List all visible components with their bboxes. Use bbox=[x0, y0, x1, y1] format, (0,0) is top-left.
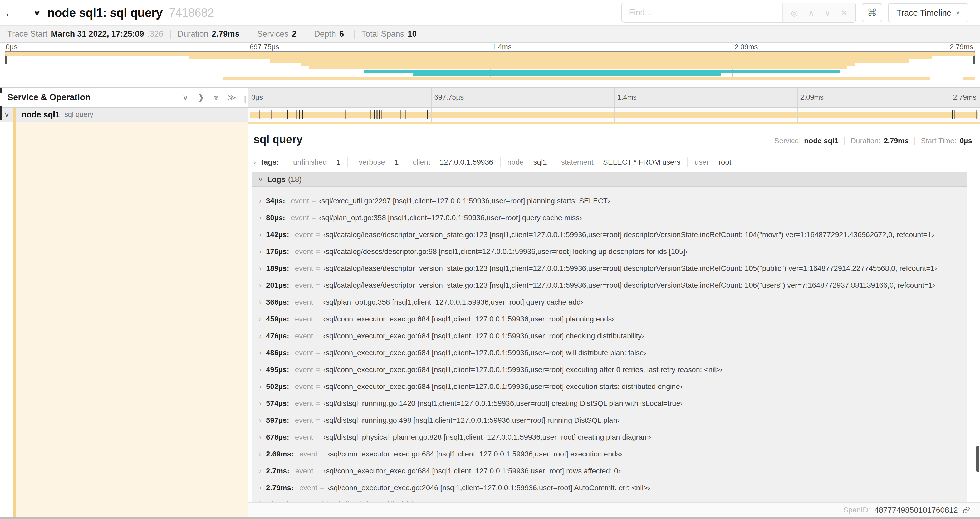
log-event-marker[interactable] bbox=[952, 110, 953, 120]
log-event-marker[interactable] bbox=[977, 110, 977, 120]
log-entry-row[interactable]: › 574µs: event = ‹sql/distsql_running.go… bbox=[252, 395, 967, 412]
log-entry-row[interactable]: › 2.69ms: event = ‹sql/conn_executor_exe… bbox=[252, 446, 967, 463]
summary-value: 2 bbox=[292, 29, 296, 39]
chevron-right-icon: › bbox=[259, 214, 261, 222]
log-message: ‹sql/conn_executor_exec.go:2046 [nsql1,c… bbox=[328, 484, 650, 492]
span-collapse-chevron-icon[interactable]: ∨ bbox=[4, 111, 10, 118]
window-bottom-edge bbox=[0, 517, 980, 519]
log-event-marker[interactable] bbox=[377, 110, 377, 120]
chevron-right-icon: › bbox=[259, 299, 261, 306]
span-duration-accent-strip bbox=[248, 122, 980, 124]
log-event-marker[interactable] bbox=[379, 110, 380, 120]
chevron-right-icon: › bbox=[259, 248, 261, 255]
log-event-marker[interactable] bbox=[259, 110, 259, 120]
log-event-marker[interactable] bbox=[399, 110, 401, 120]
logs-section-toggle[interactable]: ∨ Logs (18) bbox=[252, 172, 967, 187]
find-group: ◎ ∧ ∨ ✕ bbox=[622, 3, 856, 23]
log-entry-row[interactable]: › 495µs: event = ‹sql/conn_executor_exec… bbox=[252, 361, 967, 378]
find-input[interactable] bbox=[622, 3, 783, 22]
log-message: ‹sql/distsql_running.go:498 [nsql1,clien… bbox=[323, 416, 620, 425]
left-scrollbar-mark[interactable] bbox=[0, 88, 2, 93]
log-entry-row[interactable]: › 366µs: event = ‹sql/plan_opt.go:358 [n… bbox=[252, 294, 967, 311]
chevron-down-icon: ∨ bbox=[956, 10, 960, 16]
log-event-marker[interactable] bbox=[287, 110, 288, 120]
log-entry-row[interactable]: › 459µs: event = ‹sql/conn_executor_exec… bbox=[252, 311, 967, 327]
tag-key: client bbox=[413, 158, 430, 166]
view-selector-button[interactable]: Trace Timeline ∨ bbox=[888, 3, 969, 22]
find-control-icon[interactable]: ∧ bbox=[808, 8, 814, 18]
log-event-marker[interactable] bbox=[345, 110, 346, 120]
find-control-icon[interactable]: ◎ bbox=[791, 8, 798, 18]
log-event-marker[interactable] bbox=[302, 110, 303, 120]
log-entry-row[interactable]: › 34µs: event = ‹sql/exec_util.go:2297 [… bbox=[252, 193, 967, 209]
log-equals: = bbox=[316, 281, 320, 289]
span-service-name: node sql1 bbox=[22, 110, 60, 120]
tags-section-toggle[interactable]: › Tags: _unfinished = 1 _verbose = bbox=[248, 153, 980, 171]
log-event-marker[interactable] bbox=[374, 110, 375, 120]
tag-item: client = 127.0.0.1:59936 bbox=[406, 157, 500, 167]
log-entry-row[interactable]: › 502µs: event = ‹sql/conn_executor_exec… bbox=[252, 378, 967, 395]
collapse-control-icon[interactable]: ⩔ bbox=[214, 93, 218, 102]
tag-value: root bbox=[718, 158, 731, 166]
trace-summary-bar: Trace Start March 31 2022, 17:25:09 .326… bbox=[0, 26, 980, 43]
log-entry-row[interactable]: › 2.79ms: event = ‹sql/conn_executor_exe… bbox=[252, 479, 967, 496]
column-resize-handle[interactable]: ∥ bbox=[243, 95, 247, 103]
span-name-column[interactable]: ∨ node sql1 sql query bbox=[0, 108, 248, 122]
log-event-marker[interactable] bbox=[381, 110, 382, 120]
span-detail-meta: Service: node sql1 Duration: 2.79ms Star… bbox=[774, 137, 972, 145]
find-control-icon[interactable]: ∨ bbox=[824, 8, 830, 18]
span-bar-column[interactable] bbox=[248, 108, 980, 122]
link-icon[interactable] bbox=[962, 506, 970, 514]
keyboard-shortcuts-button[interactable]: ⌘ bbox=[862, 3, 882, 22]
log-equals: = bbox=[316, 264, 320, 273]
log-entry-row[interactable]: › 486µs: event = ‹sql/conn_executor_exec… bbox=[252, 345, 967, 361]
log-equals: = bbox=[316, 349, 320, 357]
collapse-control-icon[interactable]: ≫ bbox=[228, 93, 236, 102]
log-equals: = bbox=[316, 332, 320, 340]
minimap-span-bar bbox=[301, 63, 855, 66]
log-entry-row[interactable]: › 2.7ms: event = ‹sql/conn_executor_exec… bbox=[252, 463, 967, 479]
log-timestamp: 142µs: bbox=[266, 230, 289, 239]
log-equals: = bbox=[316, 433, 320, 441]
ruler-tick-label: 2.09ms bbox=[735, 43, 758, 51]
log-event-marker[interactable] bbox=[296, 110, 297, 120]
log-entry-row[interactable]: › 678µs: event = ‹sql/distsql_physical_p… bbox=[252, 429, 967, 446]
service-color-bar bbox=[13, 122, 16, 517]
log-entry-row[interactable]: › 189µs: event = ‹sql/catalog/lease/desc… bbox=[252, 260, 967, 277]
chevron-down-icon: ∨ bbox=[258, 176, 263, 183]
log-entry-row[interactable]: › 80µs: event = ‹sql/plan_opt.go:358 [ns… bbox=[252, 209, 967, 226]
log-event-marker[interactable] bbox=[955, 110, 955, 120]
tag-equals: = bbox=[596, 158, 600, 166]
log-message: ‹sql/plan_opt.go:358 [nsql1,client=127.0… bbox=[319, 214, 582, 222]
log-event-marker[interactable] bbox=[427, 110, 428, 120]
minimap-span-graph[interactable] bbox=[5, 51, 975, 80]
span-row[interactable]: ∨ node sql1 sql query bbox=[0, 108, 980, 122]
left-scrollbar-mark[interactable] bbox=[0, 106, 2, 120]
ruler-tick-label: 697.75µs bbox=[434, 93, 464, 102]
selected-row-highlight bbox=[16, 122, 248, 517]
log-event-marker[interactable] bbox=[271, 110, 272, 120]
page-title: node sql1: sql query bbox=[48, 6, 162, 20]
tag-key: _verbose bbox=[355, 158, 385, 166]
vertical-scrollbar-thumb[interactable] bbox=[976, 446, 979, 472]
log-event-marker[interactable] bbox=[299, 110, 300, 120]
service-label: Service: bbox=[774, 137, 801, 145]
log-entry-row[interactable]: › 176µs: event = ‹sql/catalog/descs/desc… bbox=[252, 243, 967, 260]
log-entry-row[interactable]: › 597µs: event = ‹sql/distsql_running.go… bbox=[252, 412, 967, 429]
log-entry-row[interactable]: › 476µs: event = ‹sql/conn_executor_exec… bbox=[252, 327, 967, 345]
log-entry-row[interactable]: › 201µs: event = ‹sql/catalog/lease/desc… bbox=[252, 277, 967, 294]
collapse-control-icon[interactable]: ∨ bbox=[183, 93, 188, 102]
collapse-trace-chevron-icon[interactable]: ∨ bbox=[33, 8, 41, 17]
ruler-tick-label: 2.79ms bbox=[950, 43, 973, 51]
span-detail-title: sql query bbox=[253, 133, 303, 146]
collapse-control-icon[interactable]: ❯ bbox=[198, 93, 204, 102]
service-operation-title: Service & Operation bbox=[7, 92, 91, 102]
find-control-icon[interactable]: ✕ bbox=[841, 8, 848, 18]
back-button[interactable]: ← bbox=[0, 0, 20, 25]
log-entry-row[interactable]: › 142µs: event = ‹sql/catalog/lease/desc… bbox=[252, 226, 967, 243]
log-event-marker[interactable] bbox=[370, 110, 371, 120]
divider bbox=[915, 137, 915, 145]
log-event-marker[interactable] bbox=[406, 110, 406, 120]
minimap-span-bar bbox=[413, 73, 721, 77]
log-timestamp: 678µs: bbox=[266, 433, 289, 441]
